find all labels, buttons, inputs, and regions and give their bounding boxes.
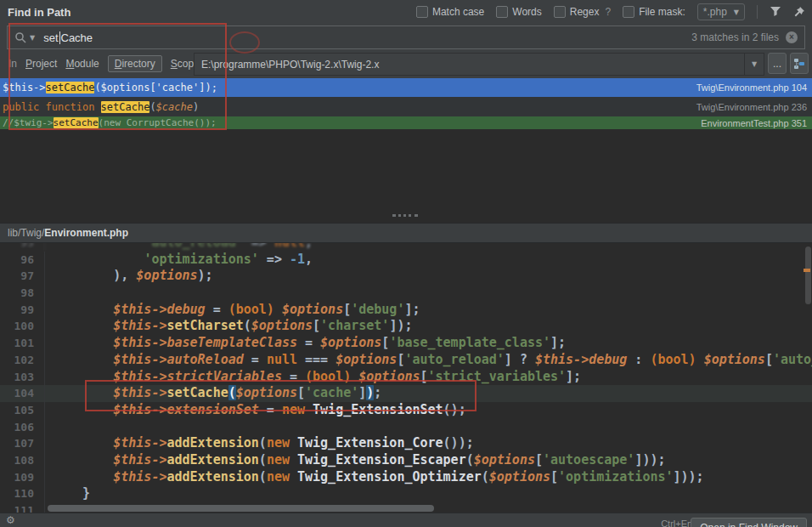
- breadcrumb-file: Environment.php: [44, 227, 128, 239]
- browse-directory-button[interactable]: ...: [768, 53, 787, 74]
- code-text: $this->strictVariables = (bool) $options…: [45, 369, 581, 386]
- code-line: 100 $this->setCharset($options['charset'…: [0, 318, 812, 335]
- line-number: 107: [0, 435, 45, 452]
- regex-checkbox[interactable]: Regex ?: [554, 6, 611, 18]
- code-line: 102 $this->autoReload = null === $option…: [0, 352, 812, 369]
- pin-icon[interactable]: [793, 6, 805, 18]
- scope-row: In ProjectModuleDirectoryScope: [8, 51, 200, 76]
- code-text: ), $options);: [45, 268, 213, 285]
- result-row[interactable]: $this->setCache($options['cache']);Twig\…: [0, 78, 812, 97]
- chevron-down-icon[interactable]: ▼: [734, 8, 739, 16]
- code-text: $this->autoReload = null === $options['a…: [45, 352, 812, 369]
- regex-label: Regex: [570, 6, 600, 18]
- code-preview-editor[interactable]: 95 'auto_reload' => null,96 'optimizatio…: [0, 243, 812, 513]
- result-location: EnvironmentTest.php 351: [701, 118, 807, 128]
- horizontal-scrollbar-thumb[interactable]: [48, 505, 434, 512]
- directory-path-combo[interactable]: E:\programme\PHPO\Twig-2.x\Twig-2.x ▼: [194, 53, 764, 76]
- in-label: In: [8, 58, 17, 70]
- checkbox-box[interactable]: [416, 6, 428, 18]
- code-line: 106: [0, 419, 812, 436]
- code-text: $this->addExtension(new Twig_Extension_O…: [45, 469, 704, 486]
- line-number: 97: [0, 268, 45, 285]
- code-line: 95 'auto_reload' => null,: [0, 243, 812, 252]
- search-options-bar: Match case Words Regex ? File mask: *.ph…: [416, 0, 805, 24]
- popup-footer: ⚙ Ctrl+Enter Open in Find Window: [0, 513, 812, 527]
- code-line: 103 $this->strictVariables = (bool) $opt…: [0, 369, 812, 386]
- code-line: 97 ), $options);: [0, 268, 812, 285]
- checkbox-box[interactable]: [623, 6, 634, 18]
- code-area: 95 'auto_reload' => null,96 'optimizatio…: [0, 243, 812, 513]
- file-mask-label: File mask:: [639, 6, 685, 18]
- code-line: 96 'optimizations' => -1,: [0, 252, 812, 269]
- scope-options: ProjectModuleDirectoryScope: [25, 55, 200, 72]
- scope-option-directory[interactable]: Directory: [108, 55, 162, 72]
- code-text: [45, 285, 52, 302]
- directory-path-value: E:\programme\PHPO\Twig-2.x\Twig-2.x: [195, 59, 744, 71]
- results-list: $this->setCache($options['cache']);Twig\…: [0, 78, 812, 129]
- file-mask-value: *.php: [703, 6, 727, 18]
- file-mask-combo[interactable]: *.php ▼: [697, 3, 745, 20]
- code-line: 110 }: [0, 485, 812, 502]
- result-count-label: 3 matches in 2 files: [691, 26, 779, 48]
- clear-search-icon[interactable]: ×: [786, 31, 798, 43]
- gear-icon[interactable]: ⚙: [6, 514, 15, 526]
- vertical-scrollbar-thumb[interactable]: [805, 246, 811, 304]
- line-number: 99: [0, 302, 45, 319]
- regex-help-link[interactable]: ?: [605, 6, 611, 18]
- search-icon[interactable]: [14, 31, 27, 44]
- code-text: $this->addExtension(new Twig_Extension_C…: [45, 435, 474, 452]
- match-case-label: Match case: [432, 6, 484, 18]
- line-number: 105: [0, 402, 45, 419]
- preview-file-bar: lib/Twig/Environment.php: [0, 223, 812, 243]
- code-text: }: [45, 485, 90, 502]
- line-number: 108: [0, 452, 45, 469]
- filter-icon[interactable]: [770, 6, 781, 18]
- line-number: 110: [0, 485, 45, 502]
- result-row[interactable]: //$twig->setCache(new CorruptCache());En…: [0, 116, 812, 129]
- open-in-find-window-button[interactable]: Open in Find Window: [691, 518, 807, 527]
- results-area: $this->setCache($options['cache']);Twig\…: [0, 78, 812, 223]
- result-row[interactable]: public function setCache($cache)Twig\Env…: [0, 97, 812, 116]
- words-label: Words: [512, 6, 541, 18]
- breadcrumb-path: lib/Twig/: [8, 227, 44, 239]
- result-text: $this->setCache($options['cache']);: [3, 82, 217, 94]
- toolbar-separator: [757, 5, 758, 19]
- code-text: 'optimizations' => -1,: [45, 252, 313, 269]
- code-text: $this->debug = (bool) $options['debug'];: [45, 302, 420, 319]
- code-text: [45, 419, 52, 436]
- line-number: 102: [0, 352, 45, 369]
- line-number: 111: [0, 502, 45, 513]
- scope-option-module[interactable]: Module: [65, 58, 99, 70]
- words-checkbox[interactable]: Words: [496, 6, 541, 18]
- scope-tree-icon[interactable]: [790, 53, 809, 74]
- search-input[interactable]: set Cache: [43, 31, 93, 44]
- code-line: 105 $this->extensionSet = new Twig_Exten…: [0, 402, 812, 419]
- search-history-chevron-icon[interactable]: ▼: [30, 34, 35, 42]
- code-text: 'auto_reload' => null,: [45, 243, 313, 252]
- chevron-down-icon[interactable]: ▼: [744, 54, 764, 75]
- search-field[interactable]: ▼ set Cache 3 matches in 2 files ×: [7, 26, 805, 49]
- result-location: Twig\Environment.php 104: [696, 82, 807, 93]
- result-text: public function setCache($cache): [3, 101, 199, 113]
- search-text-before-caret: set: [43, 31, 58, 44]
- code-text: $this->setCharset($options['charset']);: [45, 318, 412, 335]
- scope-option-project[interactable]: Project: [25, 58, 57, 70]
- result-location: Twig\Environment.php 236: [696, 102, 807, 112]
- line-number: 100: [0, 318, 45, 335]
- file-mask-checkbox[interactable]: File mask:: [623, 6, 685, 18]
- code-text: $this->setCache($options['cache']);: [45, 385, 381, 402]
- line-number: 109: [0, 469, 45, 486]
- text-caret: [59, 31, 60, 44]
- match-case-checkbox[interactable]: Match case: [416, 6, 484, 18]
- line-number: 95: [0, 243, 45, 252]
- checkbox-box[interactable]: [554, 6, 566, 18]
- line-number: 106: [0, 419, 45, 436]
- line-number: 96: [0, 252, 45, 269]
- code-line: 98: [0, 285, 812, 302]
- code-line: 107 $this->addExtension(new Twig_Extensi…: [0, 435, 812, 452]
- horizontal-scrollbar[interactable]: [46, 505, 805, 512]
- checkbox-box[interactable]: [496, 6, 508, 18]
- error-stripe-mark[interactable]: [804, 269, 810, 272]
- dialog-title: Find in Path: [8, 6, 70, 19]
- splitter-grip[interactable]: [392, 214, 418, 217]
